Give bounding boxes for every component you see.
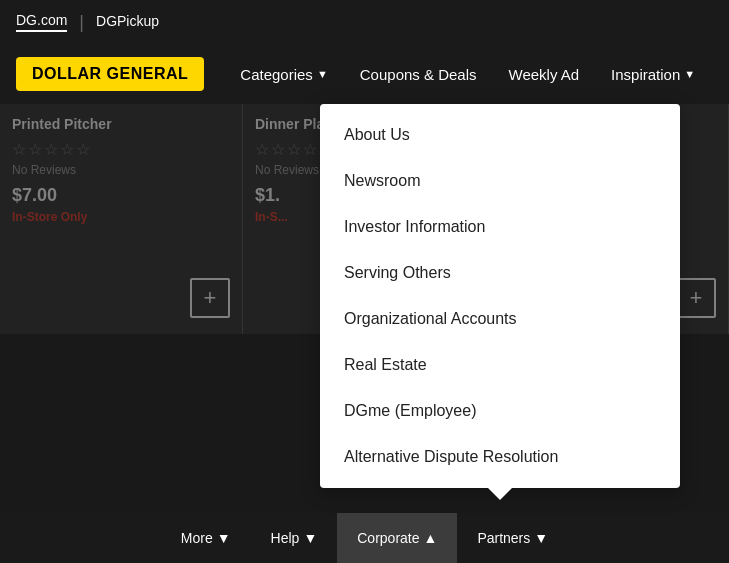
dropdown-item-newsroom[interactable]: Newsroom <box>320 158 680 204</box>
footer-corporate-label: Corporate <box>357 530 419 546</box>
nav-categories[interactable]: Categories ▼ <box>224 44 343 104</box>
dropdown-item-org[interactable]: Organizational Accounts <box>320 296 680 342</box>
logo-text: DOLLAR GENERAL <box>32 65 188 83</box>
footer-more-label: More <box>181 530 213 546</box>
topbar-divider: | <box>79 12 84 33</box>
footer-help-link[interactable]: Help ▼ <box>251 513 338 563</box>
nav-inspiration[interactable]: Inspiration ▼ <box>595 44 711 104</box>
footer-partners-label: Partners <box>477 530 530 546</box>
nav-weekly-ad[interactable]: Weekly Ad <box>493 44 596 104</box>
nav-categories-label: Categories <box>240 66 313 83</box>
dropdown-item-about[interactable]: About Us <box>320 112 680 158</box>
footer-more-link[interactable]: More ▼ <box>161 513 251 563</box>
dropdown-item-investor[interactable]: Investor Information <box>320 204 680 250</box>
chevron-down-icon-partners: ▼ <box>534 530 548 546</box>
dropdown-item-serving[interactable]: Serving Others <box>320 250 680 296</box>
nav-weekly-ad-label: Weekly Ad <box>509 66 580 83</box>
dropdown-item-realestate[interactable]: Real Estate <box>320 342 680 388</box>
top-bar: DG.com | DGPickup <box>0 0 729 44</box>
footer-partners-link[interactable]: Partners ▼ <box>457 513 568 563</box>
chevron-down-icon: ▼ <box>317 68 328 80</box>
topbar-dg-link[interactable]: DG.com <box>16 12 67 32</box>
footer-bar: More ▼ Help ▼ Corporate ▲ Partners ▼ <box>0 513 729 563</box>
chevron-up-icon-corporate: ▲ <box>424 530 438 546</box>
nav-coupons-label: Coupons & Deals <box>360 66 477 83</box>
topbar-pickup-link[interactable]: DGPickup <box>96 13 159 31</box>
dropdown-item-dgme[interactable]: DGme (Employee) <box>320 388 680 434</box>
footer-help-label: Help <box>271 530 300 546</box>
nav-links: Categories ▼ Coupons & Deals Weekly Ad I… <box>224 44 711 104</box>
nav-inspiration-label: Inspiration <box>611 66 680 83</box>
corporate-dropdown: About Us Newsroom Investor Information S… <box>320 104 680 488</box>
chevron-down-icon-more: ▼ <box>217 530 231 546</box>
logo[interactable]: DOLLAR GENERAL <box>16 57 204 91</box>
chevron-down-icon-help: ▼ <box>303 530 317 546</box>
footer-corporate-link[interactable]: Corporate ▲ <box>337 513 457 563</box>
nav-coupons[interactable]: Coupons & Deals <box>344 44 493 104</box>
main-nav: DOLLAR GENERAL Categories ▼ Coupons & De… <box>0 44 729 104</box>
chevron-down-icon-2: ▼ <box>684 68 695 80</box>
dropdown-item-adr[interactable]: Alternative Dispute Resolution <box>320 434 680 480</box>
